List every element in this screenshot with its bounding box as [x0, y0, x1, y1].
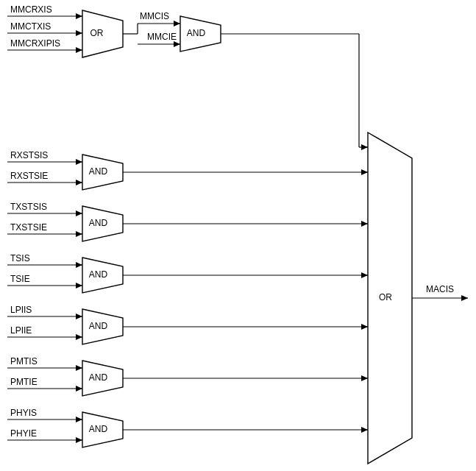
and-gate-pmtis: AND	[89, 372, 108, 383]
and-gate-txstsis: AND	[89, 218, 108, 228]
signal-txstsis: TXSTSIS	[10, 202, 47, 212]
svg-marker-38	[76, 386, 82, 392]
svg-marker-48	[361, 221, 368, 227]
signal-txstsie: TXSTSIE	[10, 222, 47, 233]
svg-marker-60	[361, 144, 368, 150]
svg-marker-21	[76, 210, 82, 216]
svg-marker-16	[76, 159, 82, 165]
signal-phyis: PHYIS	[10, 408, 37, 418]
svg-marker-56	[361, 427, 368, 433]
svg-marker-26	[76, 262, 82, 268]
and-gate-rxstsis: AND	[89, 166, 108, 177]
signal-mmcrxipis: MMCRXIPIS	[10, 38, 60, 49]
signal-pmtie: PMTIE	[10, 377, 38, 387]
or-gate-final: OR	[379, 292, 392, 302]
and-gate-phyis: AND	[89, 424, 108, 434]
svg-marker-11	[174, 21, 180, 26]
svg-marker-62	[461, 295, 468, 301]
svg-marker-52	[361, 324, 368, 330]
signal-rxstsie: RXSTSIE	[10, 171, 48, 181]
svg-marker-31	[76, 314, 82, 319]
signal-mmcie: MMCIE	[147, 32, 177, 42]
signal-mmcis: MMCIS	[140, 11, 169, 21]
signal-pmtis: PMTIS	[10, 356, 38, 366]
signal-macis: MACIS	[426, 284, 454, 294]
svg-marker-13	[174, 41, 180, 47]
svg-marker-18	[76, 180, 82, 185]
signal-rxstsis: RXSTSIS	[10, 150, 48, 160]
signal-phyie: PHYIE	[10, 428, 37, 439]
svg-marker-46	[361, 169, 368, 175]
svg-marker-43	[76, 437, 82, 443]
svg-marker-2	[76, 13, 82, 19]
signal-tsie: TSIE	[10, 274, 30, 284]
signal-mmctxis: MMCTXIS	[10, 21, 51, 32]
svg-marker-23	[76, 231, 82, 237]
and-gate-tsis: AND	[89, 269, 108, 280]
svg-marker-6	[76, 47, 82, 53]
svg-marker-33	[76, 334, 82, 340]
svg-marker-4	[76, 30, 82, 36]
svg-marker-54	[361, 375, 368, 381]
svg-marker-36	[76, 365, 82, 371]
signal-lpiie: LPIIE	[10, 325, 32, 336]
svg-marker-41	[76, 417, 82, 422]
svg-marker-28	[76, 283, 82, 288]
or-gate-top: OR	[90, 28, 104, 38]
signal-mmcrxis: MMCRXIS	[10, 4, 52, 15]
signal-lpiis: LPIIS	[10, 305, 32, 315]
and-gate-mmc: AND	[187, 28, 206, 38]
signal-tsis: TSIS	[10, 253, 30, 263]
svg-marker-50	[361, 272, 368, 278]
and-gate-lpiis: AND	[89, 321, 108, 331]
